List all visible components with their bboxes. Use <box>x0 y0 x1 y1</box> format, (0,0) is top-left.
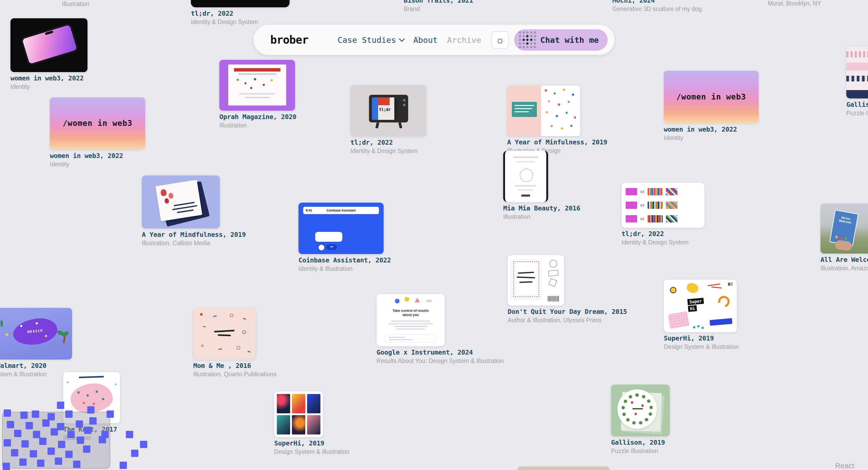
node-square[interactable] <box>22 440 29 447</box>
chat-button-label: Chat with me <box>540 35 599 45</box>
project-card-mom-and-me[interactable]: Mom & Me , 2016 Illustration, Quarto Pub… <box>193 308 256 378</box>
card-subtitle: Puzzle Illustration <box>846 110 868 117</box>
node-square[interactable] <box>32 410 39 418</box>
card-subtitle: Illustration, Callisto Media <box>142 240 220 247</box>
node-square[interactable] <box>37 460 44 467</box>
card-artwork: H! Super Hi <box>664 280 737 332</box>
node-square[interactable] <box>84 427 91 434</box>
node-square[interactable] <box>51 428 58 436</box>
node-square[interactable] <box>39 438 46 445</box>
card-artwork: /women in web3 <box>664 71 758 123</box>
react-flow-attribution[interactable]: React Flow <box>835 462 868 470</box>
card-label: Oprah Magazine, 2020 Illustration <box>219 113 295 129</box>
card-label-bison-trails[interactable]: Bison Trails, 2021 Brand <box>404 0 473 12</box>
node-square[interactable] <box>126 431 133 438</box>
node-square[interactable] <box>4 409 11 417</box>
node-square[interactable] <box>77 437 84 444</box>
project-card-gallison-right[interactable]: Gallison, 2019 Puzzle Illustration <box>846 46 868 117</box>
card-label: tl;dr, 2022 Identity & Design System <box>621 230 705 246</box>
card-title: tl;dr, 2022 <box>191 10 289 17</box>
node-square[interactable] <box>89 417 97 425</box>
project-card-women-in-web3-left[interactable]: /women in web3 women in web3, 2022 Ident… <box>50 97 145 168</box>
card-label: All Are Welcome, 2021 Illustration, Amaz… <box>820 256 868 272</box>
card-title: Mom & Me , 2016 <box>193 362 256 370</box>
project-card-walmart[interactable]: MEXICO ✦ Walmart, 2020 Design System & I… <box>0 308 72 378</box>
node-square[interactable] <box>57 402 64 409</box>
card-title: Coinbase Assistant, 2022 <box>299 257 383 264</box>
node-square[interactable] <box>48 447 55 455</box>
project-card-gallison-bottom[interactable]: Gallison, 2019 Puzzle Illustration <box>611 385 670 454</box>
sun-icon: ☼ <box>496 35 505 45</box>
project-card-superhi-bottom[interactable]: SuperHi, 2019 Design System & Illustrati… <box>274 391 323 455</box>
card-label: Gallison, 2019 Puzzle Illustration <box>611 439 670 454</box>
card-title: SuperHi, 2019 <box>664 335 737 342</box>
node-square[interactable] <box>3 463 10 470</box>
node-square[interactable] <box>58 441 65 448</box>
card-label-mochi[interactable]: Mochi, 2024 Generative 3D sculture of my… <box>612 0 702 12</box>
card-artwork: tl;dr <box>350 85 427 136</box>
card-label: women in web3, 2022 Identity <box>50 152 145 168</box>
project-card-bottom-sliver[interactable] <box>518 467 609 470</box>
project-card-superhi-right[interactable]: H! Super Hi SuperHi, 2019 Design System … <box>664 280 737 350</box>
node-square[interactable] <box>57 423 64 430</box>
node-square[interactable] <box>87 406 95 414</box>
node-square[interactable] <box>101 431 108 438</box>
superhi-logo: Super Hi <box>687 298 705 312</box>
node-square[interactable] <box>140 441 147 448</box>
theme-toggle-button[interactable]: ☼ <box>491 31 509 49</box>
site-logo[interactable]: brober <box>270 25 308 55</box>
project-card-tldr-top[interactable]: tl;dr, 2022 Identity & Design System <box>191 0 289 25</box>
card-artwork: All Are Welcome <box>820 203 868 254</box>
card-subtitle: Illustration, Amazon Publishing <box>820 265 868 272</box>
project-card-tldr-tv[interactable]: tl;dr tl;dr, 2022 Identity & Design Syst… <box>350 85 427 154</box>
card-title: Oprah Magazine, 2020 <box>219 113 295 121</box>
project-card-google-instrument[interactable]: Take control of results about you Google… <box>377 294 445 364</box>
node-square[interactable] <box>120 462 127 469</box>
node-square[interactable] <box>55 458 62 465</box>
node-square[interactable] <box>65 451 72 458</box>
nav-archive[interactable]: Archive <box>447 35 481 45</box>
nav-about[interactable]: About <box>413 35 438 45</box>
node-square[interactable] <box>33 431 40 438</box>
project-card-oprah-magazine[interactable]: Oprah Magazine, 2020 Illustration <box>219 60 295 129</box>
node-square[interactable] <box>65 410 72 418</box>
card-artwork <box>219 60 295 111</box>
node-square[interactable] <box>106 410 114 418</box>
book-cover-text: All Are Welcome <box>837 215 854 224</box>
project-card-mia-mia-beauty[interactable]: Mia Mia Beauty, 2016 Illustration <box>503 151 548 220</box>
project-card-dont-quit[interactable]: Don't Quit Your Day Dream, 2015 Author &… <box>508 255 564 323</box>
node-square[interactable] <box>76 420 83 428</box>
node-square[interactable] <box>4 439 11 446</box>
card-subtitle: Identity & Design System <box>191 19 289 25</box>
node-square[interactable] <box>42 419 50 427</box>
project-card-women-in-web3-right[interactable]: /women in web3 women in web3, 2022 Ident… <box>664 71 758 141</box>
node-square[interactable] <box>83 445 90 453</box>
card-title: tl;dr, 2022 <box>621 230 705 238</box>
card-subtitle: Identity & Design System <box>350 148 427 154</box>
cut-card-label-mural: Mural, Brooklyn, NY <box>768 0 821 7</box>
card-title: A Year of Mindfulness, 2019 <box>142 231 220 239</box>
card-artwork <box>518 467 609 470</box>
node-square[interactable] <box>131 450 138 457</box>
project-card-mindfulness-book[interactable]: A Year of Mindfulness, 2019 Illustration… <box>142 176 220 247</box>
card-artwork <box>142 176 220 228</box>
project-card-women-in-web3-phone[interactable]: women in web3, 2022 Identity <box>10 18 88 90</box>
project-card-tldr-palette[interactable]: 03 04 05 tl;dr, 2022 Identity & Design S… <box>621 183 705 246</box>
node-square[interactable] <box>20 411 28 419</box>
card-label: Don't Quit Your Day Dream, 2015 Author &… <box>508 308 564 323</box>
node-square[interactable] <box>67 431 75 438</box>
project-card-coinbase-assistant[interactable]: 9:41 Coinbase Assistant ••• Coinbase Ass… <box>299 202 383 272</box>
node-square[interactable] <box>11 449 18 457</box>
node-square[interactable] <box>26 422 33 429</box>
palette-row-number: 04 <box>640 203 645 207</box>
node-square[interactable] <box>30 450 37 458</box>
nav-case-studies[interactable]: Case Studies <box>338 35 404 45</box>
project-card-year-of-minfulness[interactable]: A Year of Minfulness, 2019 Illustration … <box>507 86 580 154</box>
project-card-all-are-welcome[interactable]: All Are Welcome All Are Welcome, 2021 Il… <box>820 203 868 272</box>
chat-with-me-button[interactable]: Chat with me <box>514 29 608 51</box>
node-square[interactable] <box>7 421 14 428</box>
node-square[interactable] <box>19 459 27 466</box>
node-square[interactable] <box>73 461 81 468</box>
card-label: A Year of Mindfulness, 2019 Illustration… <box>142 231 220 247</box>
node-square[interactable] <box>14 430 22 437</box>
